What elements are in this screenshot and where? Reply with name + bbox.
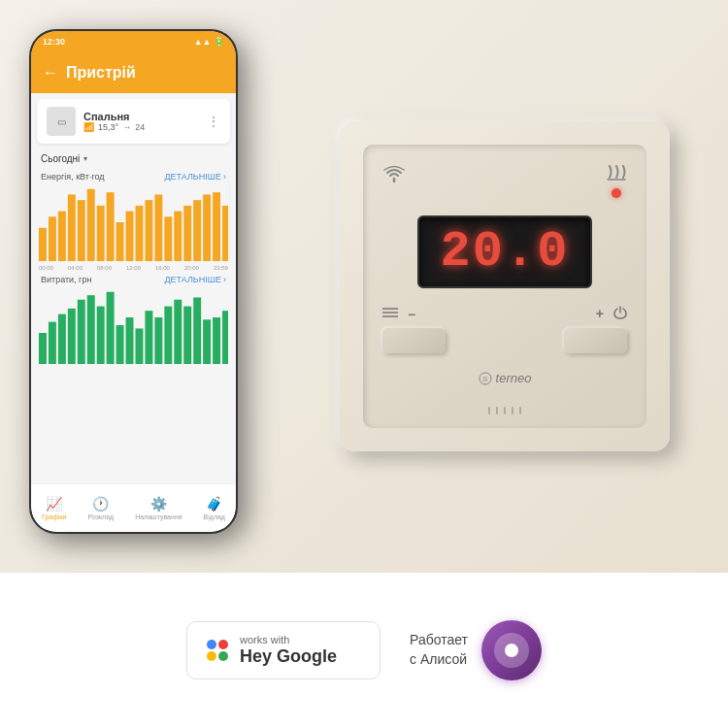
device-status: 📶 15,3° → 24 (83, 122, 199, 132)
temp-target: 24 (135, 122, 145, 132)
alice-icon (481, 620, 542, 680)
energy-x-labels: 00:00 04:00 08:00 12:00 16:00 20:00 23:5… (37, 265, 230, 271)
today-row[interactable]: Сьогодні ▾ (31, 149, 236, 168)
alice-line1: Работает (410, 631, 468, 650)
device-card[interactable]: ▭ Спальня 📶 15,3° → 24 ⋮ (37, 99, 230, 144)
device-info: Спальня 📶 15,3° → 24 (83, 111, 199, 132)
left-button[interactable] (382, 328, 446, 353)
schedule-label: Розклад (88, 513, 115, 520)
menu-icon (382, 307, 398, 322)
heating-icon (606, 164, 627, 185)
charts-icon: 📈 (46, 496, 62, 512)
svg-rect-32 (126, 317, 134, 364)
thermostat-wifi-icon (382, 164, 406, 188)
svg-rect-6 (97, 206, 105, 261)
device-menu-icon[interactable]: ⋮ (207, 114, 220, 129)
svg-rect-14 (174, 212, 182, 261)
badges-section: works with Hey Google Работает с Алисой (0, 573, 728, 728)
right-controls: + (564, 306, 627, 353)
thermostat-display: 20.0 (417, 215, 592, 288)
svg-rect-38 (183, 307, 191, 364)
svg-rect-2 (58, 212, 66, 261)
nav-item-debug[interactable]: 🧳 Відлад (204, 496, 225, 520)
energy-section-header: Енергія, кВт·год ДЕТАЛЬНІШЕ › (31, 168, 236, 183)
time-display: 12:30 (43, 37, 65, 47)
nav-item-schedule[interactable]: 🕐 Розклад (88, 496, 115, 520)
expense-detail-label: ДЕТАЛЬНІШЕ (164, 275, 221, 284)
svg-rect-25 (58, 314, 66, 364)
svg-rect-9 (126, 212, 134, 261)
thermostat-inner-frame: 20.0 − (363, 145, 646, 428)
settings-label: Налаштування (135, 513, 182, 520)
hey-google-label: Hey Google (240, 646, 337, 668)
svg-rect-35 (154, 317, 162, 364)
app-header: ← Пристрій (31, 52, 236, 93)
thermostat-brand: S terneo (479, 371, 532, 385)
google-text: works with Hey Google (240, 634, 337, 668)
svg-rect-0 (39, 228, 47, 261)
bottom-nav: 📈 Графіки 🕐 Розклад ⚙️ Налаштування 🧳 Ві… (31, 483, 236, 532)
svg-rect-40 (203, 319, 211, 364)
phone-mockup: 12:30 ▲▲ 🔋 ← Пристрій ▭ Спальня 📶 15,3° (29, 29, 238, 534)
device-name: Спальня (83, 111, 199, 122)
thermostat-container: 20.0 − (340, 121, 670, 451)
svg-rect-28 (87, 295, 95, 364)
svg-rect-36 (164, 307, 172, 364)
expense-arrow: › (223, 275, 226, 284)
energy-arrow: › (223, 172, 226, 182)
energy-title: Енергія, кВт·год (41, 172, 105, 182)
svg-rect-10 (135, 206, 143, 261)
svg-rect-15 (183, 206, 191, 261)
expense-chart (31, 286, 236, 374)
alice-line2: с Алисой (410, 650, 468, 670)
power-icon (613, 306, 627, 322)
svg-rect-3 (68, 194, 76, 261)
svg-rect-33 (135, 328, 143, 364)
right-icons: + (596, 306, 627, 322)
works-with-label: works with (240, 634, 337, 646)
nav-item-charts[interactable]: 📈 Графіки (42, 496, 66, 520)
expense-title: Витрати, грн (41, 275, 91, 284)
google-dot-green (218, 651, 228, 661)
energy-detail-label: ДЕТАЛЬНІШЕ (164, 172, 221, 182)
svg-rect-13 (164, 216, 172, 261)
svg-rect-27 (78, 300, 85, 364)
charts-label: Графіки (42, 513, 66, 520)
phone-screen: 12:30 ▲▲ 🔋 ← Пристрій ▭ Спальня 📶 15,3° (31, 31, 236, 532)
thermostat-decorative-lines (488, 407, 521, 414)
thermostat-controls: − + (382, 306, 627, 353)
thermostat-outer-frame: 20.0 − (340, 121, 670, 451)
alice-badge: Работает с Алисой (410, 620, 542, 680)
svg-rect-8 (116, 222, 124, 261)
heating-indicator (606, 164, 627, 198)
left-controls: − (382, 307, 446, 353)
google-logo (207, 640, 228, 661)
alice-icon-inner (494, 633, 529, 668)
right-button[interactable] (564, 328, 627, 353)
nav-item-settings[interactable]: ⚙️ Налаштування (135, 496, 182, 520)
expense-section-header: Витрати, грн ДЕТАЛЬНІШЕ › (31, 271, 236, 286)
svg-rect-41 (213, 317, 220, 364)
svg-text:S: S (482, 375, 488, 383)
svg-rect-12 (154, 194, 162, 261)
svg-rect-31 (116, 325, 124, 364)
svg-rect-5 (87, 189, 95, 261)
svg-rect-29 (97, 307, 105, 364)
svg-rect-23 (39, 333, 47, 364)
heating-dot (612, 188, 621, 198)
svg-rect-37 (174, 300, 182, 364)
debug-label: Відлад (204, 513, 225, 520)
google-dot-red (218, 640, 228, 649)
back-button[interactable]: ← (43, 64, 58, 82)
app-title: Пристрій (66, 64, 136, 82)
minus-icon: − (408, 307, 415, 322)
svg-rect-11 (145, 200, 152, 261)
google-dot-yellow (207, 651, 216, 661)
svg-rect-17 (203, 194, 211, 261)
temperature-display: 20.0 (441, 227, 570, 278)
settings-icon: ⚙️ (150, 496, 167, 512)
svg-rect-24 (49, 322, 56, 364)
expense-detail[interactable]: ДЕТАЛЬНІШЕ › (164, 275, 226, 284)
google-dot-blue (207, 640, 216, 649)
energy-detail[interactable]: ДЕТАЛЬНІШЕ › (164, 172, 226, 182)
